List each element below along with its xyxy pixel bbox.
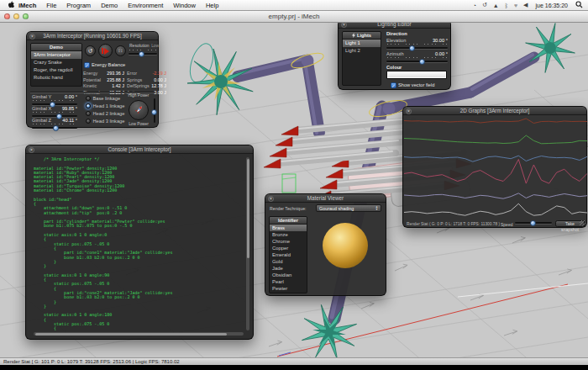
- console-hscrollbar[interactable]: [34, 332, 244, 336]
- energy-balance-label: Energy Balance: [92, 62, 125, 67]
- lighting-editor-panel: Lighting Editor × Lights Light 1 Light 2…: [338, 19, 451, 90]
- radio-head2-linkage[interactable]: Head 2 linkage: [86, 111, 124, 116]
- menu-item-program[interactable]: Program: [61, 2, 96, 9]
- list-item-demo[interactable]: Robotic hand: [31, 73, 81, 81]
- list-item-material[interactable]: Bronze: [270, 231, 307, 238]
- resolution-low-label: Low: [151, 44, 159, 48]
- energy-label: Error: [127, 71, 150, 76]
- menu-item-file[interactable]: File: [41, 2, 61, 9]
- render-technique-value: Gouraud shading: [319, 206, 354, 211]
- rocket-icon: [133, 104, 144, 116]
- list-item-demo[interactable]: 3Arm Interceptor: [31, 51, 81, 59]
- console-title: Console [3Arm Interceptor]: [26, 145, 253, 154]
- list-item-material[interactable]: Pearl: [270, 278, 307, 285]
- window-title-bar[interactable]: empty.prj - iMech: [0, 11, 588, 23]
- list-item-material[interactable]: Obsidian: [270, 272, 307, 278]
- menu-bar: iMech File Program Demo Environment Wind…: [0, 0, 588, 11]
- linkage-label: Head 1 linkage: [93, 103, 125, 108]
- material-viewer-panel: Material Viewer × Render Technique: Gour…: [265, 193, 386, 296]
- list-item-material[interactable]: Copper: [270, 245, 307, 251]
- radio-head3-linkage[interactable]: Head 3 linkage: [86, 119, 124, 124]
- close-icon[interactable]: ×: [29, 34, 35, 40]
- energy-label: DefSprings: [127, 83, 150, 88]
- speed-slider[interactable]: [515, 219, 552, 226]
- displays-icon[interactable]: ◔: [473, 3, 476, 8]
- sync-icon[interactable]: ↺: [482, 2, 487, 8]
- slider-thumb[interactable]: [530, 220, 536, 226]
- console-vscrollbar[interactable]: [246, 157, 249, 330]
- menu-item-demo[interactable]: Demo: [96, 2, 123, 9]
- list-item-material[interactable]: Chrome: [270, 238, 307, 245]
- graphs-plot-area: [404, 116, 587, 220]
- slider-thumb[interactable]: [409, 45, 415, 51]
- rocket-power-knob[interactable]: [129, 100, 149, 120]
- menu-item-window[interactable]: Window: [168, 2, 201, 9]
- play-pause-button[interactable]: [98, 44, 113, 58]
- graph-line-grey: [404, 204, 587, 215]
- list-item-material[interactable]: Emerald: [270, 251, 307, 258]
- energy-value: 0.00 J: [150, 77, 169, 82]
- energy-balance-checkbox[interactable]: ✓: [84, 62, 90, 68]
- gimbal-z-slider[interactable]: [32, 124, 77, 131]
- list-item-light[interactable]: Light 2: [343, 47, 381, 55]
- selection-box: [282, 174, 296, 193]
- list-item-material[interactable]: Pewter: [270, 285, 307, 292]
- list-item-light[interactable]: Light 1: [343, 40, 381, 47]
- material-viewer-title: Material Viewer: [265, 194, 386, 203]
- list-item-material[interactable]: Brass: [270, 225, 307, 231]
- demo-panel-title: 3Arm Interceptor [Running 10601.90 FPS]: [27, 32, 158, 40]
- demo-panel: 3Arm Interceptor [Running 10601.90 FPS] …: [26, 31, 159, 128]
- menu-item-help[interactable]: Help: [201, 2, 223, 9]
- apple-icon[interactable]: [5, 1, 16, 10]
- render-technique-dropdown[interactable]: Gouraud shading ▲▼: [316, 204, 381, 212]
- list-item-demo[interactable]: Roger, the ragdoll: [31, 66, 81, 74]
- radio-base-linkage[interactable]: Base linkage: [86, 96, 120, 101]
- light-colour-well[interactable]: [386, 71, 447, 79]
- energy-label: Springs: [127, 77, 150, 82]
- status-bar: Render Stat [ G: 101 P: 0 L: 1079 T: 391…: [0, 357, 588, 365]
- radio-head1-linkage[interactable]: Head 1 linkage: [86, 103, 124, 108]
- close-icon[interactable]: ×: [406, 108, 412, 114]
- close-icon[interactable]: ×: [29, 147, 34, 153]
- colour-header: Colour: [386, 65, 402, 70]
- show-vector-field-checkbox[interactable]: ✓: [391, 82, 396, 88]
- menu-item-environment[interactable]: Environment: [123, 2, 168, 9]
- power-slider[interactable]: [150, 98, 158, 123]
- menu-item-imech[interactable]: iMech: [16, 2, 41, 9]
- pause-icon: [102, 48, 103, 54]
- azimuth-slider[interactable]: [386, 57, 448, 65]
- list-item-material[interactable]: Gold: [270, 258, 307, 265]
- bluetooth-icon[interactable]: ᛒ: [505, 3, 508, 8]
- volume-icon[interactable]: ◀: [523, 2, 528, 8]
- slider-thumb[interactable]: [139, 51, 144, 57]
- console-code[interactable]: /* 3Arm Interceptor */ material id:"Pewt…: [34, 157, 244, 330]
- linkage-label: Base linkage: [93, 96, 121, 101]
- graphs-status-text: Render Stat ( G: 0 P: 0 L: 1718 T: 0 FPS…: [407, 222, 500, 226]
- close-icon[interactable]: ×: [268, 196, 274, 202]
- reset-button[interactable]: ↺: [85, 45, 96, 56]
- list-item-material[interactable]: Jade: [270, 265, 307, 272]
- slider-thumb[interactable]: [53, 125, 59, 131]
- zoom-window-button[interactable]: [23, 13, 29, 19]
- render-technique-label: Render Technique:: [270, 206, 306, 211]
- slider-thumb[interactable]: [151, 109, 157, 115]
- graph-line-crimson: [404, 160, 587, 184]
- eject-icon[interactable]: ▲: [493, 3, 499, 8]
- camera-pads-button[interactable]: ∷: [115, 45, 126, 56]
- menu-clock[interactable]: jue 16:35:20: [533, 3, 570, 8]
- elevation-label: Elevation: [386, 38, 406, 43]
- slider-thumb[interactable]: [419, 59, 425, 65]
- linkage-label: Head 3 linkage: [93, 119, 125, 124]
- spotlight-icon[interactable]: [575, 1, 583, 9]
- list-item-demo[interactable]: Crazy Snake: [31, 59, 81, 66]
- energy-label: Energy: [83, 71, 102, 76]
- show-vector-field-label: Show vector field: [398, 82, 434, 87]
- close-window-button[interactable]: [4, 13, 10, 19]
- play-icon: [104, 48, 109, 55]
- resolution-label: Resolution: [129, 43, 150, 48]
- resolution-slider[interactable]: [129, 50, 157, 57]
- graph-line-dark-red: [404, 119, 587, 124]
- minimize-window-button[interactable]: [13, 13, 19, 19]
- elevation-slider[interactable]: [386, 44, 448, 51]
- heart-icon[interactable]: ♥: [514, 3, 517, 8]
